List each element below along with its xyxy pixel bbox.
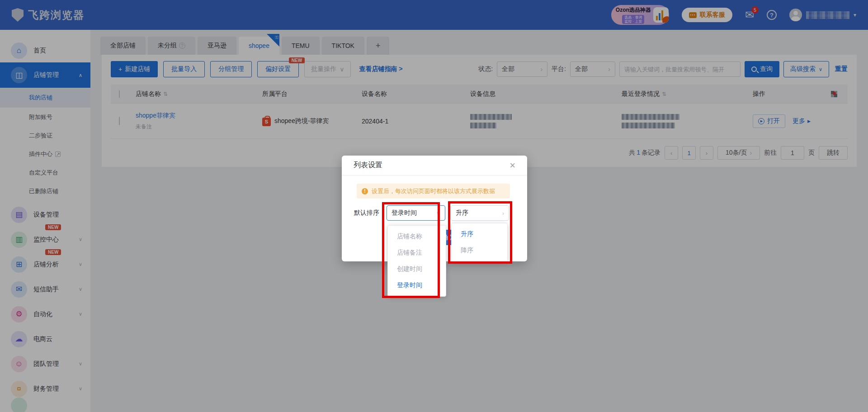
- page: 飞跨浏览器 Ozon选品神器 选品 · 查词 监控 · 上货 联系客服 ✉ 5: [0, 0, 868, 412]
- modal-title: 列表设置: [354, 161, 382, 170]
- option-create-time[interactable]: 创建时间: [388, 261, 446, 277]
- close-icon[interactable]: ×: [509, 161, 515, 170]
- option-login-time[interactable]: 登录时间: [388, 277, 446, 294]
- option-descending[interactable]: 降序: [452, 242, 507, 259]
- sort-order-dropdown: 升序 降序: [451, 223, 508, 262]
- sort-field-dropdown: 店铺名称 店铺备注 创建时间 登录时间: [387, 225, 446, 297]
- modal-alert: ! 设置后，每次访问页面时都将以该方式展示数据: [357, 184, 510, 199]
- option-ascending[interactable]: 升序: [452, 226, 507, 242]
- sort-label: 默认排序: [354, 209, 379, 217]
- sort-order-select[interactable]: 升序 ›: [451, 205, 509, 221]
- modal-header: 列表设置 ×: [342, 156, 527, 175]
- option-store-name[interactable]: 店铺名称: [388, 228, 446, 245]
- option-store-note[interactable]: 店铺备注: [388, 245, 446, 261]
- alert-text: 设置后，每次访问页面时都将以该方式展示数据: [372, 187, 495, 195]
- sort-field-select[interactable]: 登录时间 ∨: [387, 205, 445, 221]
- warning-icon: !: [362, 188, 368, 194]
- chevron-down-icon: ∨: [436, 210, 440, 217]
- default-sort-row: 默认排序 登录时间 ∨ 升序 ›: [342, 205, 527, 221]
- chevron-right-icon: ›: [502, 210, 504, 217]
